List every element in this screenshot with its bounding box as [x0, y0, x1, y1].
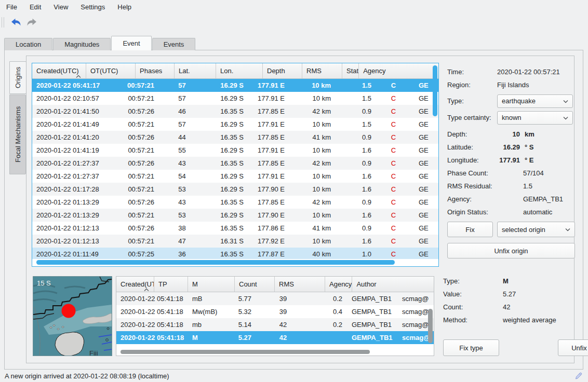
cell-depth: 10 km [287, 209, 334, 222]
cell-type: mB [188, 292, 226, 305]
longitude-label: Longitude: [447, 154, 497, 167]
cell-created: 2020-01-22 01:27:37 [32, 157, 103, 170]
column-header-label: Created(UTC) [36, 67, 79, 75]
origin-row[interactable]: 2020-01-22 05:41:17 00:57:21 57 16.29 S … [32, 79, 438, 92]
cell-status-flag: C [373, 144, 413, 157]
redo-button[interactable] [25, 16, 38, 29]
cell-phases: 43 [157, 157, 207, 170]
phase-count-value: 57/104 [497, 167, 575, 180]
cell-created: 2020-01-22 01:13:29 [32, 196, 103, 209]
cell-created: 2020-01-22 01:41:20 [32, 131, 103, 144]
column-header[interactable]: Author [352, 277, 434, 292]
origin-status-label: Origin Status: [447, 206, 497, 219]
fix-type-button[interactable]: Fix type [443, 339, 499, 356]
column-header[interactable]: Stat [342, 63, 359, 78]
column-header[interactable]: Phases [136, 63, 175, 78]
column-header[interactable]: Created(UTC) [32, 63, 86, 78]
column-header[interactable]: Lon. [216, 63, 263, 78]
time-value: 2020-01-22 00:57:21 [497, 65, 575, 78]
cell-depth: 42 km [287, 105, 334, 118]
column-header[interactable]: RMS [275, 277, 325, 292]
main-tab[interactable]: Magnitudes [53, 38, 111, 50]
cell-type: mb [188, 318, 226, 331]
fix-button[interactable]: Fix [447, 222, 493, 237]
cell-ot: 00:57:21 [103, 183, 157, 196]
menu-item[interactable]: Settings [74, 1, 111, 13]
column-header-label: RMS [279, 280, 294, 288]
cell-created: 2020-01-22 01:17:28 [32, 183, 103, 196]
cell-lat: 16.35 S [207, 131, 246, 144]
cell-magnitude: 5.77 [226, 292, 260, 305]
fix-mode-select[interactable]: selected origin [497, 222, 575, 237]
origin-row[interactable]: 2020-01-22 01:41:50 00:57:26 46 16.35 S … [32, 105, 438, 118]
menu-item[interactable]: Edit [23, 1, 47, 13]
menu-item[interactable]: File [0, 1, 23, 13]
cell-depth: 10 km [287, 92, 334, 105]
origin-row[interactable]: 2020-01-22 01:41:49 00:57:21 57 16.29 S … [32, 118, 438, 131]
magnitudes-vscrollbar [428, 293, 433, 348]
cell-lat: 16.31 S [207, 235, 246, 248]
side-tab[interactable]: Focal Mechanisms [9, 94, 26, 174]
origin-row[interactable]: 2020-01-22 01:13:29 00:57:21 53 16.29 S … [32, 209, 438, 222]
map-thumbnail[interactable]: 15 S Fiji [33, 276, 112, 356]
origins-vscrollbar-thumb[interactable] [433, 65, 437, 116]
origin-row[interactable]: 2020-01-22 01:27:37 00:57:26 43 16.35 S … [32, 157, 438, 170]
column-header[interactable]: Agency [359, 63, 438, 78]
longitude-unit: ° E [525, 156, 533, 164]
main-tab[interactable]: Event [111, 36, 151, 50]
column-header[interactable]: Created(UTC) [116, 277, 154, 292]
mag-value: 5.27 [503, 288, 588, 301]
column-header-label: RMS [306, 67, 322, 75]
undo-button[interactable] [9, 16, 23, 29]
origin-row[interactable]: 2020-01-22 02:10:57 00:57:21 57 16.29 S … [32, 92, 438, 105]
menu-item[interactable]: View [47, 1, 74, 13]
magnitude-row[interactable]: 2020-01-22 05:41:18 M 5.27 42 GEMPA_TB1 … [116, 331, 434, 344]
magnitude-row[interactable]: 2020-01-22 05:41:18 mB 5.77 39 0.2 GEMPA… [116, 292, 434, 305]
column-header[interactable]: TP [154, 277, 188, 292]
origin-row[interactable]: 2020-01-22 01:41:20 00:57:26 44 16.35 S … [32, 131, 438, 144]
column-header-label: Count [239, 280, 257, 288]
column-header[interactable]: M [188, 277, 235, 292]
magnitude-row[interactable]: 2020-01-22 05:41:18 Mw(mB) 5.32 39 0.4 G… [116, 305, 434, 318]
cell-ot: 00:57:25 [103, 248, 157, 259]
cell-count: 42 [260, 318, 306, 331]
menu-item[interactable]: Help [111, 1, 138, 13]
column-header-label: Phases [140, 67, 162, 75]
column-header[interactable]: OT(UTC) [86, 63, 136, 78]
cell-phases: 53 [157, 209, 207, 222]
cell-ot: 00:57:21 [103, 92, 157, 105]
agency-value: GEMPA_TB1 [497, 193, 575, 206]
column-header-label: TP [158, 280, 167, 288]
origin-row[interactable]: 2020-01-22 01:27:37 00:57:21 54 16.29 S … [32, 170, 438, 183]
cell-status-flag: C [373, 183, 413, 196]
type-certainty-select[interactable]: known [497, 111, 573, 125]
column-header[interactable]: RMS [302, 63, 342, 78]
magnitudes-table: Created(UTC) TP M [116, 276, 434, 356]
origin-row[interactable]: 2020-01-22 01:12:13 00:57:26 38 16.35 S … [32, 222, 438, 235]
cell-ot: 00:57:26 [103, 196, 157, 209]
origins-hscrollbar-thumb[interactable] [36, 260, 395, 265]
magnitudes-vscrollbar-thumb[interactable] [428, 309, 433, 343]
origin-row[interactable]: 2020-01-22 01:41:19 00:57:21 55 16.29 S … [32, 144, 438, 157]
column-header-label: Stat [346, 67, 358, 75]
column-header[interactable]: Agency [325, 277, 352, 292]
type-select[interactable]: earthquake [497, 94, 573, 108]
column-header[interactable]: Lat. [175, 63, 216, 78]
column-header[interactable]: Depth [263, 63, 302, 78]
origin-row[interactable]: 2020-01-22 01:12:13 00:57:21 47 16.31 S … [32, 235, 438, 248]
cell-agency: GEMPA_TB1 [346, 292, 397, 305]
magnitudes-hscrollbar-thumb[interactable] [121, 350, 370, 354]
cell-lon: 177.91 E [246, 79, 287, 92]
origin-row[interactable]: 2020-01-22 01:17:28 00:57:21 53 16.29 S … [32, 183, 438, 196]
unfix-button[interactable]: Unfix [558, 339, 588, 356]
column-header[interactable]: Count [235, 277, 275, 292]
column-header-label: Created(UTC) [121, 280, 154, 288]
origin-row[interactable]: 2020-01-22 01:11:49 00:57:25 36 16.35 S … [32, 248, 438, 259]
main-tab[interactable]: Location [4, 38, 52, 50]
unfix-origin-button[interactable]: Unfix origin [447, 243, 575, 258]
magnitude-row[interactable]: 2020-01-22 05:41:18 mb 5.14 42 0.2 GEMPA… [116, 318, 434, 331]
side-tab[interactable]: Origins [9, 61, 26, 94]
origin-row[interactable]: 2020-01-22 01:13:29 00:57:26 43 16.35 S … [32, 196, 438, 209]
main-tab[interactable]: Events [152, 38, 196, 50]
toolbar-drag-handle[interactable] [2, 17, 4, 28]
